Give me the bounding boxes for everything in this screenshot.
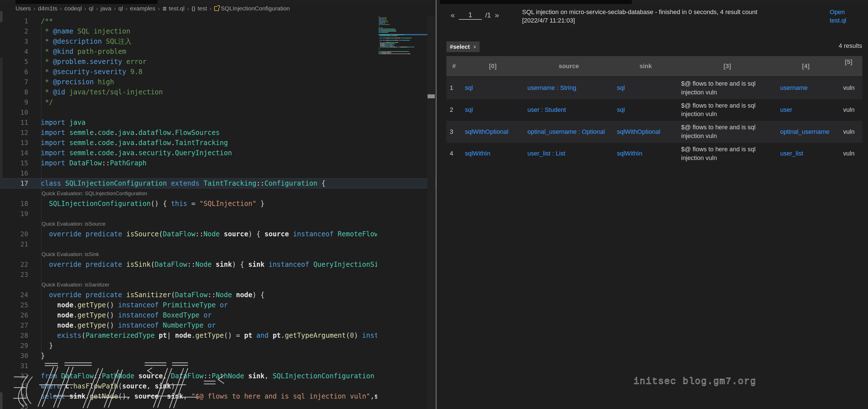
code-line[interactable]: 15import DataFlow::PathGraph xyxy=(0,158,436,168)
code-line[interactable]: 7 * @precision high xyxy=(0,77,436,87)
table-cell: user : Student xyxy=(524,104,614,117)
results-tab-remnant[interactable] xyxy=(440,0,632,4)
open-query-link[interactable]: Open test.ql xyxy=(830,8,856,25)
minimap-line xyxy=(378,54,427,56)
code-line[interactable]: 29 } xyxy=(0,341,436,351)
last-page-button[interactable]: » xyxy=(494,11,500,20)
code-line[interactable]: 20 override predicate isSource(DataFlow:… xyxy=(0,229,436,239)
result-link[interactable]: sql xyxy=(617,106,625,113)
code-line[interactable]: 3 * @description SQL注入 xyxy=(0,36,436,47)
code-line[interactable]: 30} xyxy=(0,351,436,361)
line-number: 32 xyxy=(0,372,28,380)
breadcrumb-label: examples xyxy=(130,5,155,12)
code-line[interactable]: 26 node.getType() instanceof BoxedType o… xyxy=(0,310,436,320)
breadcrumb-item[interactable]: Users xyxy=(16,5,31,12)
result-set-select-label: #select xyxy=(450,43,470,50)
code-line[interactable]: 4 * @kind path-problem xyxy=(0,47,436,57)
codelens-label[interactable]: Quick Evaluation: SQLInjectionConfigurat… xyxy=(42,191,147,197)
result-link[interactable]: sql xyxy=(465,106,473,113)
code-line[interactable]: 23 xyxy=(0,269,436,280)
code-line-text: import semmle.code.java.security.QueryIn… xyxy=(41,148,377,158)
code-line[interactable]: 19 xyxy=(0,209,436,219)
result-link[interactable]: user_list : List xyxy=(527,150,565,157)
table-cell: user xyxy=(777,104,835,117)
breadcrumb-item[interactable]: d4m1ts xyxy=(38,5,57,12)
code-line[interactable]: 35 xyxy=(0,401,436,409)
table-cell: sqlWithOptional xyxy=(614,125,678,139)
scrollbar-thumb[interactable] xyxy=(428,94,435,98)
line-number: 7 xyxy=(0,78,28,86)
code-line[interactable]: 2 * @name SQL injection xyxy=(0,26,436,36)
code-line[interactable]: 32from DataFlow::PathNode source, DataFl… xyxy=(0,371,436,381)
breadcrumb-item[interactable]: ≣test.ql xyxy=(162,5,185,12)
code-line-text: * @description SQL注入 xyxy=(41,36,377,47)
column-header: [3] xyxy=(678,56,777,76)
page-number-input[interactable] xyxy=(459,11,482,20)
results-table: #[0]sourcesink[3][4][5] 1sqlusername : S… xyxy=(446,56,862,165)
line-number: 30 xyxy=(0,352,28,359)
code-line[interactable]: 14import semmle.code.java.security.Query… xyxy=(0,148,436,158)
breadcrumb-item[interactable]: ql xyxy=(119,5,123,12)
scrollbar-track[interactable] xyxy=(427,16,435,409)
code-line[interactable]: 22 override predicate isSink(DataFlow::N… xyxy=(0,259,436,269)
result-link[interactable]: sqlWithOptional xyxy=(617,128,660,135)
codelens-label[interactable]: Quick Evaluation: isSink xyxy=(42,251,99,258)
code-line[interactable]: 11import java xyxy=(0,117,436,127)
code-line[interactable]: 13import semmle.code.java.dataflow.Taint… xyxy=(0,138,436,148)
table-cell: 1 xyxy=(446,81,462,95)
class-icon xyxy=(214,6,219,11)
code-line[interactable]: 16 xyxy=(0,168,436,178)
line-number: 16 xyxy=(0,170,28,177)
breadcrumb-item[interactable]: SQLInjectionConfiguration xyxy=(214,5,290,12)
breadcrumb-item[interactable]: ql xyxy=(89,5,93,12)
result-link[interactable]: user xyxy=(780,106,792,113)
code-line[interactable]: 8 * @id java/test/sql-injection xyxy=(0,87,436,97)
breadcrumb-label: codeql xyxy=(64,5,82,12)
code-line[interactable]: 25 node.getType() instanceof PrimitiveTy… xyxy=(0,300,436,310)
table-cell: username xyxy=(777,81,835,95)
code-line[interactable]: 10 xyxy=(0,107,436,117)
line-number: 20 xyxy=(0,230,28,238)
first-page-button[interactable]: « xyxy=(450,11,455,20)
code-line-text: select sink.getNode(), source, sink, "$@… xyxy=(41,391,377,401)
result-link[interactable]: sqlWithIn xyxy=(465,150,490,157)
result-link[interactable]: sqlWithIn xyxy=(617,150,642,157)
minimap[interactable] xyxy=(378,16,427,56)
breadcrumb-item[interactable]: examples xyxy=(130,5,155,12)
result-link[interactable]: user_list xyxy=(780,150,803,157)
result-link[interactable]: optinal_username xyxy=(780,128,830,135)
table-cell: 3 xyxy=(446,125,462,139)
code-line[interactable]: 27 node.getType() instanceof NumberType … xyxy=(0,320,436,330)
result-link[interactable]: optinal_username : Optional xyxy=(527,128,605,135)
result-link[interactable]: sql xyxy=(465,84,473,91)
result-link[interactable]: user : Student xyxy=(527,106,566,113)
code-line[interactable]: 24 override predicate isSanitizer(DataFl… xyxy=(0,290,436,300)
code-line[interactable]: 1/** xyxy=(0,16,436,26)
result-link[interactable]: sql xyxy=(617,84,625,91)
codelens-label[interactable]: Quick Evaluation: isSource xyxy=(42,221,105,227)
code-line[interactable]: 17class SQLInjectionConfiguration extend… xyxy=(0,178,436,188)
column-header: [5] xyxy=(835,56,862,76)
code-line[interactable]: 33where c.hasFlowPath(source, sink) xyxy=(0,381,436,391)
codelens-label[interactable]: Quick Evaluation: isSanitizer xyxy=(42,282,110,288)
code-editor-pane: Users›d4m1ts›codeql›ql›java›ql›examples›… xyxy=(0,0,436,409)
code-line[interactable]: 18 SQLInjectionConfiguration() { this = … xyxy=(0,199,436,209)
breadcrumb-item[interactable]: {}test xyxy=(192,5,207,12)
code-line[interactable]: 21 xyxy=(0,239,436,249)
result-link[interactable]: sqlWithOptional xyxy=(465,128,508,135)
breadcrumb-item[interactable]: codeql xyxy=(64,5,82,12)
result-set-select[interactable]: #select ∨ xyxy=(446,41,479,52)
result-link[interactable]: username : String xyxy=(527,84,577,91)
code-line[interactable]: 5 * @problem.severity error xyxy=(0,57,436,67)
result-link[interactable]: username xyxy=(780,84,808,91)
code-line[interactable]: 12import semmle.code.java.dataflow.FlowS… xyxy=(0,127,436,138)
code-line[interactable]: 6 * @security-severity 9.8 xyxy=(0,67,436,77)
breadcrumb-item[interactable]: java xyxy=(100,5,112,12)
code-line[interactable]: 28 exists(ParameterizedType pt| node.get… xyxy=(0,330,436,341)
editor-tab-remnant[interactable] xyxy=(16,0,158,4)
code-line[interactable]: 9 */ xyxy=(0,97,436,107)
table-cell: vuln xyxy=(835,81,862,95)
code-line[interactable]: 31 xyxy=(0,361,436,371)
line-number: 27 xyxy=(0,322,28,329)
code-line[interactable]: 34select sink.getNode(), source, sink, "… xyxy=(0,391,436,401)
